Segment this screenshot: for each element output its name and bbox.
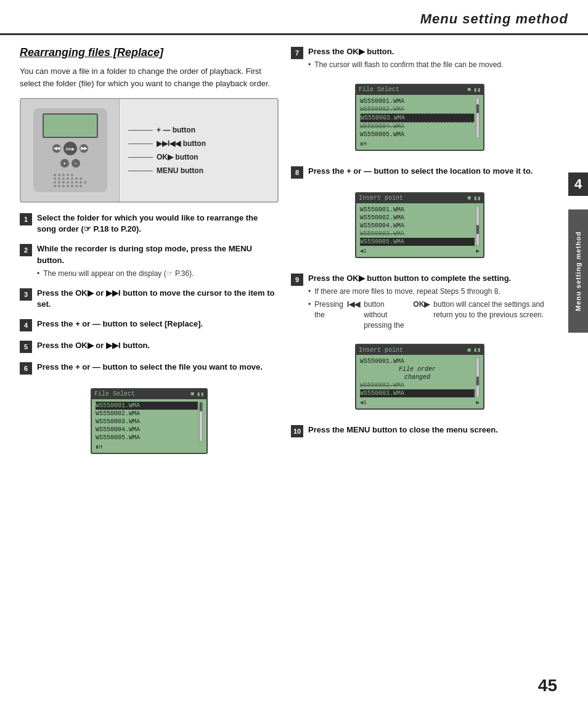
- lcd-line: File order: [360, 365, 475, 373]
- step-2: 2 While the recorder is during stop mode…: [20, 243, 279, 278]
- lcd-footer: ◀1 ▶: [360, 248, 480, 254]
- intro-text: You can move a file in a folder to chang…: [20, 65, 279, 89]
- lcd-line: WS550003.WMA: [360, 389, 475, 397]
- right-column: 7 Press the OK▶ button. The cursor will …: [291, 46, 576, 464]
- lcd-line: WS550001.WMA: [360, 206, 475, 214]
- section-title: Rearranging files [Replace]: [20, 46, 279, 59]
- page-header: Menu setting method: [0, 0, 588, 35]
- lcd-line: WS550001.WMA: [360, 357, 475, 365]
- lcd-footer: ◀1 ▶: [360, 399, 480, 406]
- lcd-title-bar-4: Insert point ■ ▮▮: [356, 345, 483, 355]
- side-tab: Menu setting method: [568, 209, 588, 333]
- ok-label: OK▶ button: [128, 153, 269, 161]
- minus-button-icon: −: [71, 159, 80, 168]
- lcd-line: WS550004.WMA: [360, 123, 475, 131]
- lcd-title-bar-3: Insert point ■ ▮▮: [356, 193, 483, 203]
- lcd-title-bar-1: File Select ■ ▮▮: [92, 389, 206, 399]
- device-button-group: ◀◀ OK▶ ▶▶: [52, 142, 88, 155]
- lcd-insert-screen-2: Insert point ■ ▮▮ WS550001.WMA File orde…: [291, 339, 549, 415]
- fwd-button-icon: ▶▶: [80, 144, 88, 153]
- lcd-footer: ▮H: [96, 444, 203, 450]
- ok-button-icon: OK▶: [63, 142, 77, 155]
- device-labels: + — button ▶▶I◀◀ button OK▶ button MENU …: [120, 99, 277, 201]
- lcd-line: WS550002.WMA: [360, 214, 475, 222]
- lcd-file-select-screen-2: File Select ■ ▮▮ WS550001.WMA WS550002.W…: [291, 79, 549, 156]
- step-8-block: 8 Press the + or — button to select the …: [291, 166, 549, 263]
- step-1: 1 Select the folder for which you would …: [20, 213, 279, 235]
- lcd-line: WS550005.WMA: [96, 434, 198, 442]
- step-4: 4 Press the + or — button to select [Rep…: [20, 318, 279, 331]
- device-screen: [43, 113, 98, 138]
- lcd-file-select-screen-1: File Select ■ ▮▮ WS550001.WMA WS550002.W…: [20, 383, 279, 459]
- step-8: 8 Press the + or — button to select the …: [291, 166, 549, 179]
- lcd-line: WS550004.WMA: [360, 222, 475, 230]
- step-7-block: 7 Press the OK▶ button. The cursor will …: [291, 46, 549, 156]
- menu-label: MENU button: [128, 166, 269, 175]
- step-9: 9 Press the OK▶ button button to complet…: [291, 273, 549, 330]
- lcd-footer: ▮H: [360, 140, 480, 147]
- side-tab-label: Menu setting method: [574, 231, 582, 311]
- lcd-insert-screen-1: Insert point ■ ▮▮ WS550001.WMA WS550002.…: [291, 187, 549, 263]
- step-3: 3 Press the OK▶ or ▶▶I button to move th…: [20, 288, 279, 310]
- device-image: ◀◀ OK▶ ▶▶ + −: [21, 99, 120, 201]
- page-number: 45: [538, 676, 557, 696]
- lcd-line: WS550005.WMA: [360, 131, 475, 139]
- lcd-line: WS550005.WMA: [360, 238, 475, 246]
- device-dots: [54, 174, 86, 187]
- left-column: Rearranging files [Replace] You can move…: [20, 46, 279, 464]
- lcd-line: WS550004.WMA: [96, 426, 198, 434]
- page-title: Menu setting method: [20, 11, 568, 27]
- chapter-number-badge: 4: [568, 172, 588, 196]
- step-6: 6 Press the + or — button to select the …: [20, 362, 279, 375]
- lcd-line: WS550003.WMA: [360, 230, 475, 238]
- lcd-line: WS550002.WMA: [360, 105, 475, 113]
- step-9-block: 9 Press the OK▶ button button to complet…: [291, 273, 549, 415]
- step-7: 7 Press the OK▶ button. The cursor will …: [291, 46, 549, 70]
- lcd-line: WS550002.WMA: [96, 410, 198, 418]
- lcd-line: WS550003.WMA: [360, 113, 475, 123]
- rew-button-icon: ◀◀: [52, 144, 61, 153]
- plus-minus-label: + — button: [128, 126, 269, 134]
- lcd-line: WS550002.WMA: [360, 381, 475, 389]
- lcd-line: WS550001.WMA: [96, 402, 198, 410]
- device-illustration: ◀◀ OK▶ ▶▶ + −: [20, 98, 279, 203]
- play-rew-label: ▶▶I◀◀ button: [128, 139, 269, 148]
- lcd-line: WS550003.WMA: [96, 418, 198, 426]
- plus-button-icon: +: [60, 159, 69, 168]
- lcd-line: changed: [360, 373, 475, 381]
- step-5: 5 Press the OK▶ or ▶▶I button.: [20, 340, 279, 353]
- lcd-title-bar-2: File Select ■ ▮▮: [356, 85, 483, 95]
- step-10: 10 Press the MENU button to close the me…: [291, 424, 549, 437]
- lcd-line: WS550001.WMA: [360, 97, 475, 105]
